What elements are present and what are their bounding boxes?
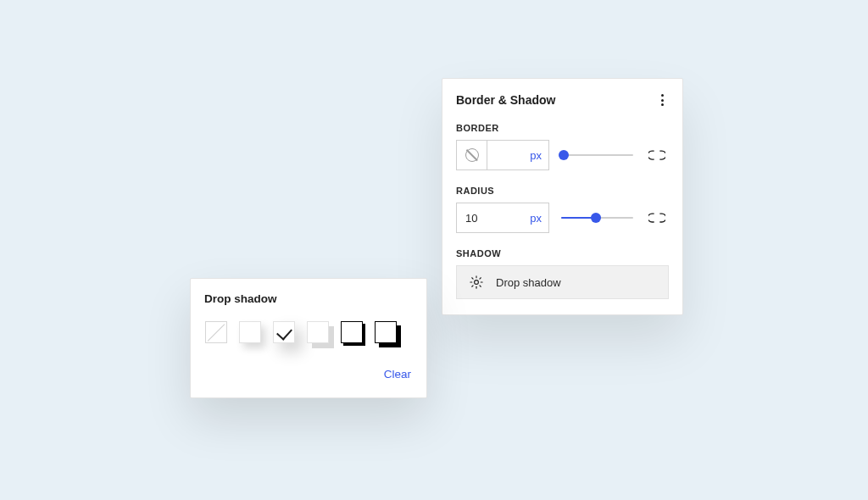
- radius-number: 10: [465, 212, 477, 225]
- radius-link-corners-button[interactable]: [645, 206, 669, 230]
- drop-shadow-popover: Drop shadow Clear: [190, 278, 427, 398]
- border-width-input[interactable]: px: [456, 140, 549, 170]
- shadow-preset-list: [204, 320, 413, 344]
- popover-footer: Clear: [204, 364, 413, 384]
- svg-line-8: [480, 278, 481, 279]
- radius-value[interactable]: 10 px: [457, 203, 548, 232]
- border-shadow-panel: Border & Shadow BORDER px RADIUS: [442, 78, 683, 315]
- radius-input[interactable]: 10 px: [456, 203, 549, 233]
- more-options-icon[interactable]: [655, 92, 669, 108]
- shadow-preset-medium-selected[interactable]: [272, 320, 296, 344]
- popover-title: Drop shadow: [204, 292, 413, 305]
- radius-section-label: RADIUS: [456, 186, 669, 196]
- radius-row: 10 px: [456, 203, 669, 233]
- radius-unit[interactable]: px: [530, 212, 542, 225]
- shadow-preset-none[interactable]: [204, 320, 228, 344]
- shadow-preset-button[interactable]: Drop shadow: [456, 265, 669, 299]
- svg-line-5: [472, 278, 473, 279]
- panel-header: Border & Shadow: [456, 92, 669, 108]
- shadow-preset-soft[interactable]: [238, 320, 262, 344]
- shadow-preset-black-thin[interactable]: [340, 320, 364, 344]
- border-width-unit[interactable]: px: [530, 149, 542, 162]
- radius-slider[interactable]: [561, 212, 633, 224]
- no-color-icon: [465, 148, 479, 162]
- border-color-swatch[interactable]: [457, 141, 487, 169]
- panel-title: Border & Shadow: [456, 93, 555, 107]
- link-icon: [648, 149, 665, 161]
- border-width-value[interactable]: px: [487, 141, 548, 169]
- border-width-slider[interactable]: [561, 149, 633, 161]
- link-icon: [648, 212, 665, 224]
- shadow-preset-gray-offset[interactable]: [306, 320, 330, 344]
- shadow-button-label: Drop shadow: [496, 276, 561, 289]
- border-row: px: [456, 140, 669, 170]
- sun-icon: [469, 275, 484, 290]
- shadow-preset-black-thick[interactable]: [374, 320, 398, 344]
- shadow-section-label: SHADOW: [456, 248, 669, 258]
- clear-button[interactable]: Clear: [382, 364, 413, 384]
- svg-point-0: [475, 281, 479, 285]
- svg-line-6: [480, 286, 481, 286]
- svg-line-7: [472, 286, 473, 286]
- border-section-label: BORDER: [456, 123, 669, 133]
- border-link-sides-button[interactable]: [645, 143, 669, 167]
